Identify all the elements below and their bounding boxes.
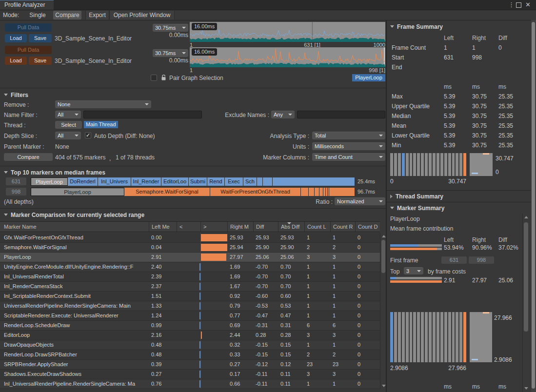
first-frame-right-button[interactable]: 998 (469, 256, 494, 264)
scroll-down-icon[interactable] (524, 387, 528, 390)
left-median-cell: 0.48 (149, 350, 177, 359)
col-marker-name[interactable]: Marker Name (0, 222, 149, 232)
marker-columns-dropdown[interactable]: Time and Count (312, 153, 385, 161)
units-dropdown[interactable]: Milliseconds (312, 142, 385, 150)
open-profiler-window-button[interactable]: Open Profiler Window (109, 11, 175, 20)
table-row[interactable]: RenderLoop.ScheduleDraw0.990.69-0.310.31… (0, 321, 380, 331)
exclude-mode-dropdown[interactable]: Any (271, 111, 295, 118)
comparison-table-body: Gfx.WaitForPresentOnGfxThread0.0025.9325… (0, 233, 380, 389)
top10-header[interactable]: Top 10 markers on median frames (4, 169, 105, 176)
mode-single-button[interactable]: Single (23, 11, 52, 20)
table-row[interactable]: UniversalRenderPipeline.RenderSingleCame… (0, 301, 380, 311)
left-median-cell: 1.51 (149, 292, 177, 301)
col-bar-left[interactable]: < (177, 222, 200, 232)
auto-depth-checkbox[interactable]: ✓ (85, 132, 91, 138)
mode-compare-button[interactable]: Compare (53, 11, 81, 20)
graph-left-scale-dropdown[interactable]: 30.75ms (153, 24, 188, 32)
count-left-cell: 3 (304, 253, 330, 262)
summary-row-label: End (392, 62, 444, 72)
table-row[interactable]: SRPBRender.ApplyShader0.390.27-0.120.122… (0, 360, 380, 370)
col-count-diff[interactable]: Count D (355, 222, 380, 232)
pull-data-right-button[interactable]: Pull Data (5, 46, 52, 54)
boxplot-max-tick (483, 153, 489, 155)
pair-graph-checkbox[interactable] (151, 75, 157, 81)
stat-diff-value: 25.35 (498, 111, 522, 121)
table-row[interactable]: Inl_UniversalRenderPipeline.RenderSingle… (0, 379, 380, 389)
graph-right-scale-dropdown[interactable]: 30.75ms (153, 49, 188, 57)
table-row[interactable]: Inl_ScriptableRenderContext.Submit1.510.… (0, 292, 380, 301)
top10-frame-left-button[interactable]: 631 (6, 177, 26, 185)
ratio-dropdown[interactable]: Normalized (335, 197, 385, 205)
col-left-median[interactable]: Left Me (149, 222, 177, 232)
table-row[interactable]: DrawOpaqueObjects0.480.32-0.150.15110 (0, 340, 380, 350)
frame-summary-header[interactable]: Frame Summary (390, 23, 443, 30)
name-filter-input[interactable] (83, 111, 202, 118)
scroll-down-icon[interactable] (382, 385, 386, 387)
table-row[interactable]: Inl_RenderCameraStack2.371.67-0.700.7011… (0, 282, 380, 292)
table-row[interactable]: RenderLoop.DrawSRPBatcher0.480.33-0.150.… (0, 350, 380, 360)
load-left-button[interactable]: Load (5, 34, 27, 42)
diff-cell: -0.70 (253, 272, 278, 281)
comparison-table-header[interactable]: Marker Name Left Me < > Right M Diff Abs… (0, 221, 380, 232)
abs-diff-cell: 0.15 (278, 340, 304, 350)
first-frame-left-button[interactable]: 631 (441, 256, 467, 264)
abs-diff-cell: 0.15 (278, 350, 304, 359)
comparison-scrollbar-thumb[interactable] (381, 240, 385, 273)
col-diff[interactable]: Diff (253, 222, 278, 232)
scroll-up-icon[interactable] (524, 216, 528, 218)
histogram-bar (452, 153, 455, 176)
table-row[interactable]: EditorLoop2.162.440.280.28330 (0, 331, 380, 340)
scroll-up-icon[interactable] (382, 235, 386, 237)
histogram-bar (440, 153, 443, 176)
table-row[interactable]: PlayerLoop2.9127.9725.0625.06330 (0, 253, 380, 262)
col-abs-diff[interactable]: Abs Diff (278, 222, 304, 232)
export-button[interactable]: Export (85, 11, 109, 20)
right-panel-scrollbar-thumb[interactable] (532, 22, 535, 389)
depth-slice-dropdown[interactable]: All (55, 132, 81, 139)
info-separator: , (109, 155, 111, 162)
frame-time-graph-right[interactable] (190, 47, 385, 67)
close-icon[interactable]: ✕ (525, 1, 531, 9)
frame-summary-boxplot (470, 153, 493, 176)
pull-data-left-button[interactable]: Pull Data (5, 23, 52, 32)
exclude-names-input[interactable] (297, 111, 385, 118)
filters-header[interactable]: Filters (4, 92, 28, 98)
marker-summary-boxplot (470, 312, 492, 362)
maximize-icon[interactable] (516, 2, 521, 8)
thread-summary-header[interactable]: Thread Summary (390, 193, 443, 200)
col-bar-right[interactable]: > (200, 222, 227, 232)
histogram-bar (429, 153, 432, 176)
compare-button[interactable]: Compare (4, 153, 53, 161)
load-right-button[interactable]: Load (5, 57, 27, 65)
table-row[interactable]: Inl_UniversalRenderTotal2.391.69-0.700.7… (0, 272, 380, 282)
table-row[interactable]: Gfx.WaitForPresentOnGfxThread0.0025.9325… (0, 233, 380, 243)
marker-comparison-title: Marker Comparison for currently selected… (11, 212, 144, 218)
frame-time-graph-left[interactable] (190, 22, 385, 42)
marker-comparison-header[interactable]: Marker Comparison for currently selected… (4, 212, 144, 218)
right-panel-scrollbar[interactable] (531, 20, 536, 392)
col-count-left[interactable]: Count L (304, 222, 330, 232)
analysis-type-dropdown[interactable]: Total (312, 132, 385, 139)
remove-dropdown[interactable]: None (55, 100, 151, 108)
abs-diff-cell: 25.06 (278, 253, 304, 262)
table-row[interactable]: ScriptableRenderer.Execute: UniversalRen… (0, 311, 380, 321)
count-right-cell: 6 (330, 321, 355, 330)
window-tab[interactable]: Profile Analyzer (0, 0, 54, 10)
kebab-menu-icon[interactable]: ⋮ (508, 1, 515, 9)
table-row[interactable]: Semaphore.WaitForSignal0.0425.9425.9025.… (0, 243, 380, 253)
col-right-median[interactable]: Right M (227, 222, 253, 232)
save-right-button[interactable]: Save (29, 57, 52, 65)
diff-cell: -0.15 (253, 350, 278, 359)
table-row[interactable]: Shadows.ExecuteDrawShadows0.270.17-0.110… (0, 370, 380, 379)
marker-summary-scrollbar[interactable] (522, 214, 529, 392)
stat-right-value: 30.75 (472, 111, 498, 121)
table-row[interactable]: UnityEngine.CoreModule.dll!UnityEngine.R… (0, 262, 380, 272)
thread-select-button[interactable]: Select (55, 121, 82, 129)
marker-summary-scrollbar-thumb[interactable] (524, 222, 528, 332)
col-count-right[interactable]: Count R (330, 222, 355, 232)
marker-summary-header[interactable]: Marker Summary (390, 205, 444, 212)
save-left-button[interactable]: Save (29, 34, 52, 42)
top10-frame-right-button[interactable]: 998 (6, 188, 26, 196)
top-n-dropdown[interactable]: 3 (404, 267, 423, 274)
name-filter-mode-dropdown[interactable]: All (55, 111, 81, 118)
